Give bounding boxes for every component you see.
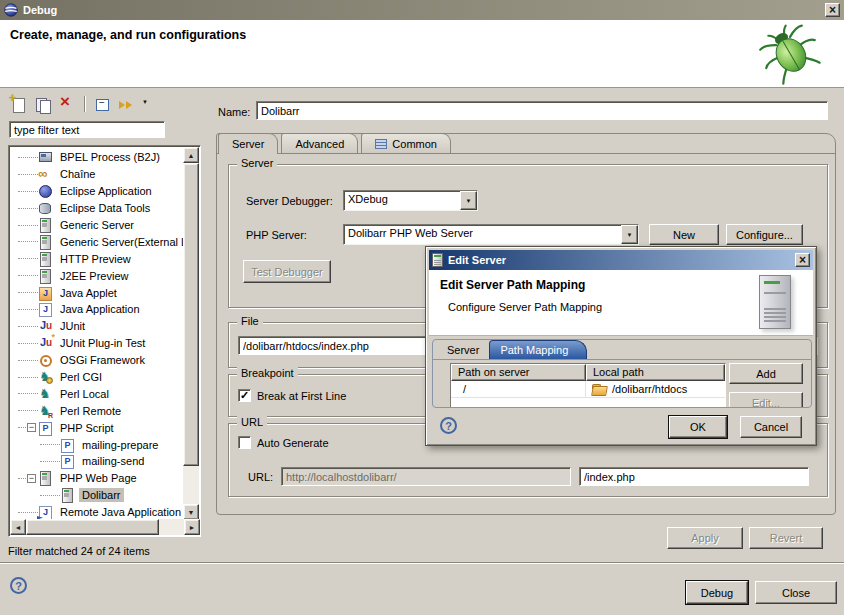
tree-item-cha-ne[interactable]: Chaîne bbox=[10, 166, 184, 183]
tree-item-perl-remote[interactable]: Perl Remote bbox=[10, 402, 184, 419]
name-input[interactable] bbox=[256, 101, 828, 120]
tree-item-perl-cgi[interactable]: Perl CGI bbox=[10, 369, 184, 386]
tab-server[interactable]: Server bbox=[437, 340, 489, 359]
tree-connector bbox=[18, 512, 26, 513]
chevron-down-icon[interactable]: ▼ bbox=[621, 225, 638, 244]
tree-item-dolibarr[interactable]: Dolibarr bbox=[10, 487, 184, 504]
scroll-left-icon[interactable]: ◄ bbox=[10, 519, 26, 535]
duplicate-config-icon[interactable] bbox=[34, 96, 51, 113]
scroll-up-icon[interactable]: ▲ bbox=[183, 147, 199, 163]
test-debugger-button[interactable]: Test Debugger bbox=[243, 260, 331, 283]
window-title: Debug bbox=[23, 4, 57, 16]
tree-horizontal-scrollbar[interactable]: ◄ ► bbox=[10, 519, 200, 535]
tree-item-remote-java-application[interactable]: Remote Java Application bbox=[10, 504, 184, 519]
tree-item-mailing-send[interactable]: mailing-send bbox=[10, 453, 184, 470]
ok-button[interactable]: OK bbox=[669, 416, 727, 438]
server-path-cell: / bbox=[451, 381, 586, 397]
tree-item-eclipse-application[interactable]: Eclipse Application bbox=[10, 183, 184, 200]
name-label: Name: bbox=[218, 106, 250, 118]
tree-item-junit-plug-in-test[interactable]: *JUnit Plug-in Test bbox=[10, 335, 184, 352]
menu-dropdown-icon[interactable] bbox=[142, 96, 152, 113]
new-server-button[interactable]: New bbox=[649, 224, 719, 245]
tab-common[interactable]: Common bbox=[361, 133, 451, 153]
tab-server[interactable]: Server bbox=[218, 133, 278, 154]
tree-item-eclipse-data-tools[interactable]: Eclipse Data Tools bbox=[10, 200, 184, 217]
tree-item-j2ee-preview[interactable]: J2EE Preview bbox=[10, 267, 184, 284]
url-base-input bbox=[281, 467, 571, 486]
tree-item-java-application[interactable]: Java Application bbox=[10, 301, 184, 318]
tree-item-label: Generic Server(External La bbox=[57, 235, 184, 249]
tree-item-label: Perl Remote bbox=[57, 404, 124, 418]
url-path-input[interactable] bbox=[579, 467, 809, 486]
window-close-button[interactable]: × bbox=[825, 3, 840, 17]
horizontal-scroll-thumb[interactable] bbox=[26, 519, 159, 535]
tree-spacer bbox=[27, 309, 38, 310]
collapse-all-icon[interactable] bbox=[94, 96, 111, 113]
tree-spacer bbox=[49, 495, 60, 496]
tree-item-php-web-page[interactable]: −PHP Web Page bbox=[10, 470, 184, 487]
revert-button[interactable]: Revert bbox=[749, 527, 823, 549]
cancel-button[interactable]: Cancel bbox=[740, 416, 802, 438]
chevron-down-icon[interactable]: ▼ bbox=[460, 191, 477, 210]
eclipse-app-icon bbox=[38, 184, 53, 198]
collapse-expander-icon[interactable]: − bbox=[27, 474, 36, 483]
tree-spacer bbox=[27, 258, 38, 259]
new-config-icon[interactable] bbox=[10, 96, 27, 113]
path-mapping-table[interactable]: Path on server Local path //dolibarr/htd… bbox=[450, 363, 726, 408]
path-mapping-row[interactable]: //dolibarr/htdocs bbox=[451, 381, 725, 398]
osgi-icon bbox=[38, 353, 53, 367]
close-button[interactable]: Close bbox=[755, 581, 837, 604]
server-debugger-combobox[interactable]: XDebug ▼ bbox=[343, 190, 478, 211]
tree-connector bbox=[18, 241, 26, 242]
junit-icon bbox=[38, 319, 53, 333]
filter-input[interactable] bbox=[9, 121, 165, 138]
help-icon[interactable]: ? bbox=[10, 577, 27, 594]
auto-generate-checkbox[interactable] bbox=[238, 436, 251, 449]
delete-config-icon[interactable] bbox=[58, 96, 75, 113]
tree-vertical-scrollbar[interactable]: ▲ ▼ bbox=[183, 147, 199, 520]
tree-spacer bbox=[27, 157, 38, 158]
edit-mapping-button[interactable]: Edit... bbox=[729, 392, 803, 408]
tree-connector bbox=[18, 410, 26, 411]
dialog-titlebar[interactable]: Edit Server × bbox=[429, 250, 813, 270]
tree-item-perl-local[interactable]: Perl Local bbox=[10, 385, 184, 402]
dialog-close-button[interactable]: × bbox=[795, 253, 810, 267]
add-mapping-button[interactable]: Add bbox=[729, 363, 803, 384]
collapse-expander-icon[interactable]: − bbox=[27, 423, 36, 432]
dialog-header: Edit Server Path Mapping Configure Serve… bbox=[429, 270, 813, 336]
tree-item-bpel-process-b2j[interactable]: BPEL Process (B2J) bbox=[10, 149, 184, 166]
junit-plugin-icon: * bbox=[38, 336, 53, 350]
scroll-right-icon[interactable]: ► bbox=[184, 519, 200, 535]
debug-button[interactable]: Debug bbox=[686, 581, 748, 604]
tree-item-php-script[interactable]: −PHP Script bbox=[10, 419, 184, 436]
filter-icon[interactable] bbox=[118, 96, 135, 113]
vertical-scroll-thumb[interactable] bbox=[183, 163, 199, 466]
configure-server-button[interactable]: Configure... bbox=[726, 224, 803, 245]
help-icon[interactable]: ? bbox=[440, 417, 457, 434]
tab-path-mapping[interactable]: Path Mapping bbox=[489, 340, 587, 359]
tab-label: Advanced bbox=[295, 138, 344, 150]
tree-connector bbox=[40, 444, 48, 445]
table-icon bbox=[375, 139, 387, 149]
configurations-tree[interactable]: BPEL Process (B2J)ChaîneEclipse Applicat… bbox=[8, 145, 201, 537]
tree-item-generic-server-external-la[interactable]: Generic Server(External La bbox=[10, 233, 184, 250]
window-titlebar[interactable]: Debug × bbox=[0, 0, 844, 20]
apply-button[interactable]: Apply bbox=[667, 527, 743, 549]
tree-item-mailing-prepare[interactable]: mailing-prepare bbox=[10, 436, 184, 453]
tree-item-http-preview[interactable]: HTTP Preview bbox=[10, 250, 184, 267]
break-first-line-checkbox[interactable]: ✓ bbox=[238, 389, 251, 402]
configurations-toolbar bbox=[10, 92, 152, 116]
tree-item-osgi-framework[interactable]: OSGi Framework bbox=[10, 352, 184, 369]
server-icon bbox=[38, 218, 53, 232]
tree-spacer bbox=[27, 393, 38, 394]
scroll-down-icon[interactable]: ▼ bbox=[183, 504, 199, 520]
tree-item-junit[interactable]: JUnit bbox=[10, 318, 184, 335]
tree-item-generic-server[interactable]: Generic Server bbox=[10, 217, 184, 234]
tree-connector bbox=[18, 478, 26, 479]
tree-connector bbox=[40, 461, 48, 462]
php-server-combobox[interactable]: Dolibarr PHP Web Server ▼ bbox=[343, 224, 639, 245]
tree-item-java-applet[interactable]: Java Applet bbox=[10, 284, 184, 301]
tab-advanced[interactable]: Advanced bbox=[281, 133, 358, 153]
tree-spacer bbox=[27, 377, 38, 378]
server-debugger-label: Server Debugger: bbox=[246, 195, 333, 207]
